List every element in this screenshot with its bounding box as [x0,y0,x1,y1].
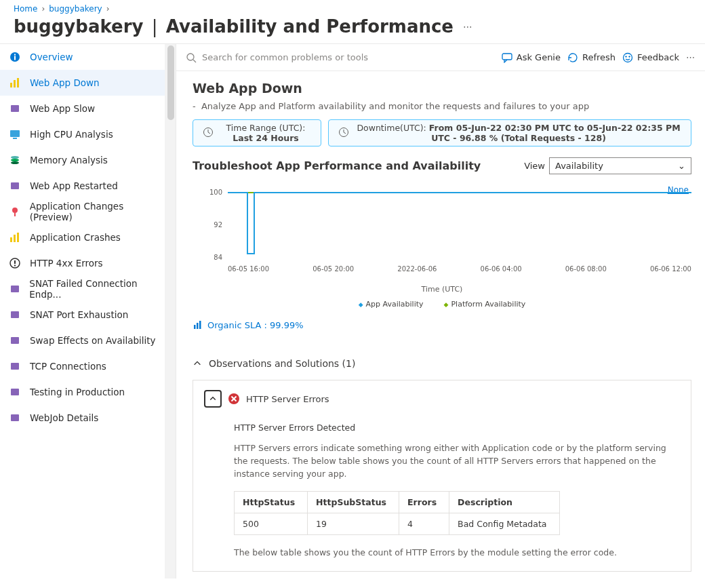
svg-point-9 [11,156,19,159]
table-header: Description [449,492,559,513]
chart-legend: App Availability Platform Availability [193,300,691,309]
bars-icon [8,77,22,88]
time-range-pill[interactable]: Time Range (UTC): Last 24 Hours [193,119,321,146]
breadcrumb-project[interactable]: buggybakery [49,4,102,14]
page-title: buggybakery | Availability and Performan… [14,16,454,37]
search-input[interactable] [202,52,419,62]
y-axis: 100 92 84 [193,189,222,287]
sidebar-item-tcp[interactable]: TCP Connections [0,353,176,379]
svg-point-30 [626,56,627,57]
sidebar-item-high-cpu[interactable]: High CPU Analysis [0,121,176,147]
table-header: HttpStatus [235,492,308,513]
legend-app: App Availability [359,300,424,309]
svg-rect-28 [502,54,512,60]
view-select[interactable]: Availability ⌄ [549,157,691,174]
scrollbar-track [165,44,176,579]
sidebar-item-snat-exhaustion[interactable]: SNAT Port Exhaustion [0,302,176,328]
sidebar-item-memory[interactable]: Memory Analysis [0,147,176,173]
feedback-button[interactable]: Feedback [622,52,679,63]
scrollbar-thumb[interactable] [167,45,174,120]
svg-rect-1 [14,56,16,60]
package-icon [8,180,22,191]
clock-icon [338,127,349,140]
section-title: Web App Down [193,81,302,96]
more-icon[interactable]: ⋯ [463,21,473,32]
sidebar-item-swap[interactable]: Swap Effects on Availability [0,328,176,353]
x-axis: 06-05 16:00 06-05 20:00 2022-06-06 06-06… [228,265,691,273]
breadcrumb-home[interactable]: Home [14,4,37,14]
sidebar-item-label: Web App Down [30,77,100,88]
info-icon [8,52,22,62]
main-content: Ask Genie Refresh Feedback ⋯ Web App Dow… [176,44,705,579]
sidebar-item-4xx[interactable]: HTTP 4xx Errors [0,250,176,276]
chat-icon [502,52,512,63]
svg-line-27 [193,60,196,62]
sidebar-item-label: SNAT Failed Connection Endp... [29,278,167,300]
package-icon [8,103,22,114]
sidebar-item-testing[interactable]: Testing in Production [0,379,176,405]
observation-panel: HTTP Server Errors HTTP Server Errors De… [193,380,691,572]
sidebar-item-web-app-slow[interactable]: Web App Slow [0,96,176,121]
sidebar-item-webjob[interactable]: WebJob Details [0,405,176,431]
collapse-button[interactable] [204,390,222,408]
sidebar-item-label: Web App Slow [30,103,95,114]
observations-toggle[interactable]: Observations and Solutions (1) [193,358,691,369]
search-wrap [186,52,495,63]
view-label: View [524,161,545,171]
sidebar-item-web-app-down[interactable]: Web App Down [0,70,176,96]
chevron-right-icon: › [106,4,110,14]
chevron-up-icon [193,359,202,368]
errors-table: HttpStatus HttpSubStatus Errors Descript… [234,491,560,535]
sidebar-item-restarted[interactable]: Web App Restarted [0,173,176,199]
sidebar-item-label: WebJob Details [30,412,98,423]
sidebar-item-overview[interactable]: Overview [0,44,176,70]
svg-rect-21 [11,311,19,318]
monitor-icon [8,129,22,140]
svg-rect-6 [11,105,19,112]
svg-rect-22 [11,337,19,344]
more-icon[interactable]: ⋯ [686,52,696,62]
panel-heading: HTTP Server Errors Detected [234,423,677,433]
command-bar: Ask Genie Refresh Feedback ⋯ [176,44,705,71]
sidebar-item-label: High CPU Analysis [30,129,113,140]
table-header: Errors [399,492,449,513]
svg-point-26 [187,54,194,60]
sidebar-item-crashes[interactable]: Application Crashes [0,224,176,250]
svg-rect-3 [10,83,12,87]
sidebar-item-label: Memory Analysis [30,155,108,165]
x-axis-label: Time (UTC) [193,285,691,294]
package-icon [8,361,22,372]
smile-icon [622,52,633,63]
chevron-down-icon: ⌄ [678,161,685,171]
package-icon [8,387,22,397]
refresh-button[interactable]: Refresh [567,52,616,63]
svg-rect-35 [197,323,199,329]
svg-rect-7 [10,130,20,137]
svg-rect-12 [11,182,19,189]
sidebar-item-snat-failed[interactable]: SNAT Failed Connection Endp... [0,276,176,302]
sidebar: Overview Web App Down Web App Slow High … [0,44,176,579]
sidebar-item-label: Swap Effects on Availability [30,335,156,346]
sidebar-item-app-changes[interactable]: Application Changes (Preview) [0,199,176,224]
legend-platform: Platform Availability [444,300,526,309]
svg-rect-36 [199,321,201,329]
downtime-pill[interactable]: Downtime(UTC): From 05-Jun-22 02:30 PM U… [328,119,691,146]
plot-area [228,192,691,260]
pin-icon [8,206,22,217]
chevron-right-icon: › [41,4,45,14]
sidebar-item-label: HTTP 4xx Errors [30,258,103,269]
svg-rect-18 [14,260,16,264]
svg-point-10 [11,159,19,161]
ask-genie-button[interactable]: Ask Genie [502,52,561,63]
app-line [255,192,691,193]
svg-rect-14 [10,237,12,242]
search-icon [186,52,197,63]
svg-point-13 [12,208,18,213]
stack-icon [8,155,22,165]
package-icon [8,412,22,423]
sidebar-item-label: Application Changes (Preview) [30,201,167,222]
sla-link[interactable]: Organic SLA : 99.99% [193,319,304,330]
svg-rect-2 [14,54,16,56]
panel-footer: The below table shows you the count of H… [234,547,677,557]
svg-rect-5 [17,78,19,87]
